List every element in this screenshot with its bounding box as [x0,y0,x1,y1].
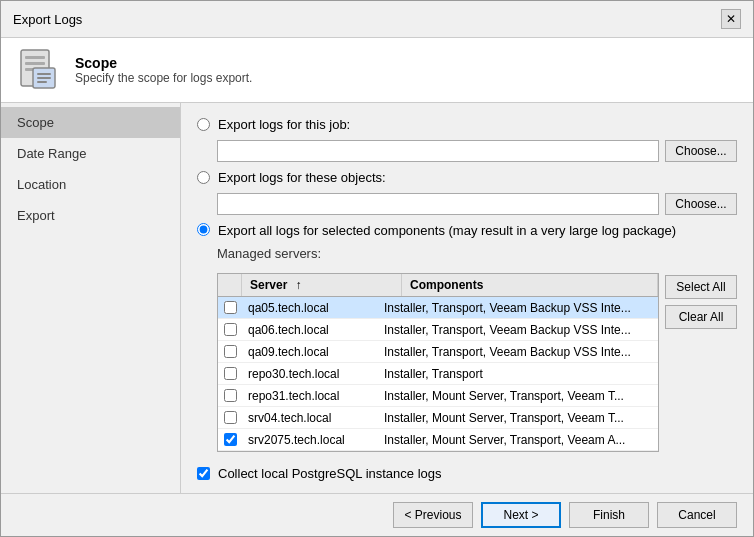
row-checkbox-3[interactable] [218,343,242,360]
table-area: Server ↑ Components qa05.tech.local Inst… [217,273,737,452]
finish-button[interactable]: Finish [569,502,649,528]
row-server-2: qa06.tech.local [242,321,378,339]
main-content: Scope Date Range Location Export Export … [1,103,753,493]
row-components-7: Installer, Mount Server, Transport, Veea… [378,431,658,449]
row-components-2: Installer, Transport, Veeam Backup VSS I… [378,321,658,339]
sidebar-item-scope[interactable]: Scope [1,107,180,138]
row-server-1: qa05.tech.local [242,299,378,317]
cancel-button[interactable]: Cancel [657,502,737,528]
postgres-checkbox[interactable] [197,467,210,480]
job-input-group: Choose... [217,140,737,162]
radio-row-objects: Export logs for these objects: [197,170,737,185]
header-title: Scope [75,55,252,71]
radio-row-job: Export logs for this job: [197,117,737,132]
postgres-label[interactable]: Collect local PostgreSQL instance logs [218,466,442,481]
close-button[interactable]: ✕ [721,9,741,29]
sidebar: Scope Date Range Location Export [1,103,181,493]
servers-table: Server ↑ Components qa05.tech.local Inst… [217,273,659,452]
title-bar: Export Logs ✕ [1,1,753,38]
table-row[interactable]: repo31.tech.local Installer, Mount Serve… [218,385,658,407]
side-buttons: Select All Clear All [665,273,737,452]
next-button[interactable]: Next > [481,502,561,528]
th-checkbox [218,274,242,296]
choose-job-button[interactable]: Choose... [665,140,737,162]
radio-objects[interactable] [197,171,210,184]
svg-rect-6 [37,77,51,79]
row-server-7: srv2075.tech.local [242,431,378,449]
content-area: Export logs for this job: Choose... Expo… [181,103,753,493]
svg-rect-1 [25,56,45,59]
radio-job[interactable] [197,118,210,131]
svg-rect-7 [37,81,47,83]
row-server-5: repo31.tech.local [242,387,378,405]
sidebar-item-export[interactable]: Export [1,200,180,231]
svg-rect-2 [25,62,45,65]
header-subtitle: Specify the scope for logs export. [75,71,252,85]
row-checkbox-4[interactable] [218,365,242,382]
table-header: Server ↑ Components [218,274,658,297]
table-row[interactable]: qa09.tech.local Installer, Transport, Ve… [218,341,658,363]
row-components-4: Installer, Transport [378,365,658,383]
table-row[interactable]: repo30.tech.local Installer, Transport [218,363,658,385]
th-server[interactable]: Server ↑ [242,274,402,296]
table-body: qa05.tech.local Installer, Transport, Ve… [218,297,658,451]
radio-all-label[interactable]: Export all logs for selected components … [218,223,676,238]
row-checkbox-7[interactable] [218,431,242,448]
sidebar-item-date-range[interactable]: Date Range [1,138,180,169]
row-checkbox-5[interactable] [218,387,242,404]
radio-objects-label[interactable]: Export logs for these objects: [218,170,386,185]
previous-button[interactable]: < Previous [393,502,473,528]
footer: < Previous Next > Finish Cancel [1,493,753,536]
table-row[interactable]: srv2075.tech.local Installer, Mount Serv… [218,429,658,451]
managed-servers-label: Managed servers: [217,246,737,261]
sidebar-item-location[interactable]: Location [1,169,180,200]
header-text: Scope Specify the scope for logs export. [75,55,252,85]
job-input[interactable] [217,140,659,162]
postgres-checkbox-row: Collect local PostgreSQL instance logs [197,466,737,481]
scope-icon [17,48,61,92]
th-components: Components [402,274,658,296]
table-row[interactable]: srv04.tech.local Installer, Mount Server… [218,407,658,429]
row-components-6: Installer, Mount Server, Transport, Veea… [378,409,658,427]
clear-all-button[interactable]: Clear All [665,305,737,329]
row-components-3: Installer, Transport, Veeam Backup VSS I… [378,343,658,361]
header-section: Scope Specify the scope for logs export. [1,38,753,103]
svg-rect-5 [37,73,51,75]
export-logs-dialog: Export Logs ✕ Scope Specify the scope fo… [0,0,754,537]
objects-input-group: Choose... [217,193,737,215]
row-server-6: srv04.tech.local [242,409,378,427]
dialog-title: Export Logs [13,12,82,27]
radio-job-label[interactable]: Export logs for this job: [218,117,350,132]
select-all-button[interactable]: Select All [665,275,737,299]
row-checkbox-1[interactable] [218,299,242,316]
row-server-3: qa09.tech.local [242,343,378,361]
row-components-1: Installer, Transport, Veeam Backup VSS I… [378,299,658,317]
table-row[interactable]: qa05.tech.local Installer, Transport, Ve… [218,297,658,319]
table-row[interactable]: qa06.tech.local Installer, Transport, Ve… [218,319,658,341]
row-components-5: Installer, Mount Server, Transport, Veea… [378,387,658,405]
radio-row-all: Export all logs for selected components … [197,223,737,238]
row-checkbox-2[interactable] [218,321,242,338]
row-checkbox-6[interactable] [218,409,242,426]
row-server-4: repo30.tech.local [242,365,378,383]
sort-arrow: ↑ [295,278,301,292]
choose-objects-button[interactable]: Choose... [665,193,737,215]
objects-input[interactable] [217,193,659,215]
radio-all[interactable] [197,223,210,236]
